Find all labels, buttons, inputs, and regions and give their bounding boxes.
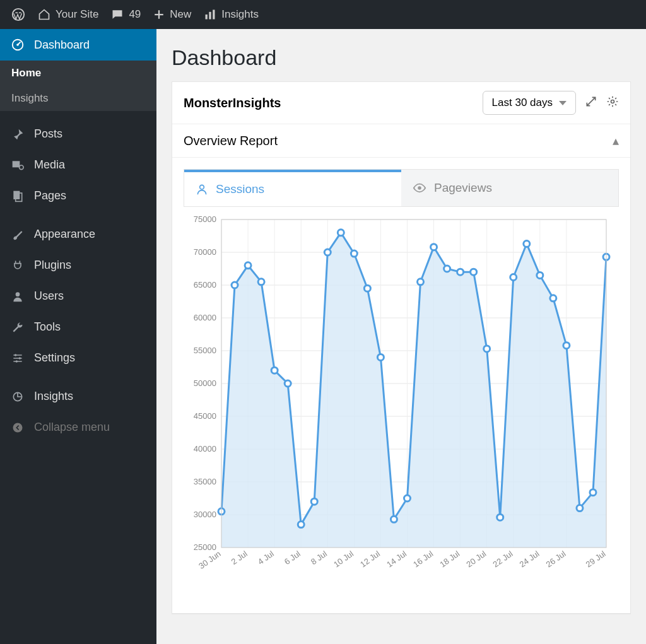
sidebar-item-tools[interactable]: Tools (0, 312, 156, 342)
sidebar-label: Posts (34, 127, 62, 141)
svg-point-15 (13, 423, 23, 432)
svg-text:4 Jul: 4 Jul (256, 549, 276, 566)
svg-text:65000: 65000 (194, 280, 216, 290)
settings-button[interactable] (606, 95, 619, 110)
svg-text:30000: 30000 (194, 510, 216, 519)
tab-label: Pageviews (434, 181, 492, 195)
svg-point-81 (351, 250, 357, 257)
svg-point-85 (404, 495, 410, 501)
svg-text:75000: 75000 (194, 214, 216, 224)
insights-label: Insights (221, 8, 259, 21)
wp-logo[interactable] (5, 0, 32, 29)
sidebar-label: Plugins (34, 259, 71, 272)
comments-link[interactable]: 49 (105, 0, 147, 29)
sidebar-item-plugins[interactable]: Plugins (0, 250, 156, 281)
svg-point-91 (484, 346, 490, 352)
sidebar-item-insights[interactable]: Insights (0, 381, 156, 412)
svg-text:8 Jul: 8 Jul (309, 549, 329, 566)
sidebar-label: Users (34, 290, 64, 303)
collapse-caret-icon: ▴ (613, 133, 619, 148)
svg-point-86 (418, 279, 424, 285)
svg-text:30 Jun: 30 Jun (197, 549, 223, 571)
svg-text:25000: 25000 (194, 542, 216, 552)
sidebar-item-users[interactable]: Users (0, 281, 156, 312)
chevron-down-icon (559, 101, 567, 105)
sidebar-label: Dashboard (34, 38, 90, 52)
svg-point-74 (258, 279, 264, 285)
tab-label: Sessions (216, 182, 264, 196)
svg-point-73 (245, 262, 251, 269)
svg-point-97 (563, 342, 570, 349)
report-header[interactable]: Overview Report ▴ (172, 124, 630, 158)
sidebar-item-pages[interactable]: Pages (0, 180, 156, 211)
sidebar-label: Appearance (34, 228, 95, 241)
svg-text:14 Jul: 14 Jul (385, 549, 408, 569)
sidebar-item-media[interactable]: Media (0, 149, 156, 180)
svg-point-82 (364, 285, 370, 291)
svg-point-78 (311, 498, 317, 505)
svg-text:40000: 40000 (194, 444, 216, 454)
media-icon (10, 159, 25, 172)
brush-icon (10, 228, 25, 241)
pin-icon (10, 128, 25, 141)
sidebar-label: Settings (34, 351, 75, 365)
svg-text:16 Jul: 16 Jul (411, 549, 435, 569)
svg-point-77 (298, 522, 304, 528)
person-icon (196, 183, 208, 196)
sidebar-sub-insights[interactable]: Insights (0, 86, 156, 111)
date-range-button[interactable]: Last 30 days (483, 91, 576, 115)
sidebar-item-settings[interactable]: Settings (0, 342, 156, 373)
svg-point-92 (497, 514, 503, 520)
svg-point-10 (16, 292, 20, 296)
site-link[interactable]: Your Site (32, 0, 105, 29)
plus-icon (153, 9, 165, 20)
plug-icon (10, 259, 25, 272)
chart-icon (10, 390, 25, 403)
svg-text:24 Jul: 24 Jul (518, 549, 541, 569)
report-title: Overview Report (184, 134, 278, 148)
admin-toolbar: Your Site 49 New Insights (0, 0, 646, 29)
sidebar-item-posts[interactable]: Posts (0, 119, 156, 149)
svg-point-75 (271, 367, 278, 373)
svg-text:2 Jul: 2 Jul (230, 549, 249, 566)
sliders-icon (10, 352, 25, 365)
sidebar-label: Tools (34, 320, 61, 334)
widget-title: MonsterInsights (184, 96, 281, 110)
sidebar-sub-home[interactable]: Home (0, 61, 156, 86)
tab-sessions[interactable]: Sessions (184, 170, 401, 206)
eye-icon (413, 181, 426, 195)
svg-text:70000: 70000 (194, 247, 216, 257)
svg-point-79 (324, 249, 331, 255)
content-area: Dashboard MonsterInsights Last 30 days (156, 29, 646, 644)
svg-point-18 (418, 186, 421, 190)
svg-rect-6 (13, 161, 20, 167)
svg-point-17 (200, 185, 204, 189)
gear-icon (606, 95, 619, 108)
insights-widget: MonsterInsights Last 30 days Overview Re… (172, 81, 631, 614)
svg-text:20 Jul: 20 Jul (464, 549, 488, 569)
pages-icon (10, 190, 25, 202)
svg-point-80 (338, 230, 344, 236)
new-link[interactable]: New (147, 0, 197, 29)
sidebar-label: Insights (34, 390, 73, 403)
svg-point-12 (19, 357, 21, 359)
svg-text:50000: 50000 (194, 378, 216, 388)
tab-pageviews[interactable]: Pageviews (401, 170, 618, 206)
home-icon (38, 8, 50, 21)
sessions-chart: 2500030000350004000045000500005500060000… (184, 213, 613, 592)
svg-text:18 Jul: 18 Jul (438, 549, 461, 569)
comment-count: 49 (129, 8, 141, 21)
insights-link[interactable]: Insights (197, 0, 265, 29)
expand-button[interactable] (585, 95, 597, 110)
svg-point-87 (431, 244, 437, 250)
svg-point-93 (510, 274, 517, 281)
sidebar-label: Collapse menu (34, 421, 110, 434)
svg-text:35000: 35000 (194, 477, 216, 486)
sidebar-item-dashboard[interactable]: Dashboard (0, 29, 156, 61)
svg-text:10 Jul: 10 Jul (332, 549, 355, 569)
svg-point-83 (377, 354, 384, 360)
wordpress-icon (11, 8, 25, 21)
sidebar-collapse[interactable]: Collapse menu (0, 412, 156, 443)
sidebar-item-appearance[interactable]: Appearance (0, 219, 156, 250)
svg-point-76 (285, 380, 291, 387)
